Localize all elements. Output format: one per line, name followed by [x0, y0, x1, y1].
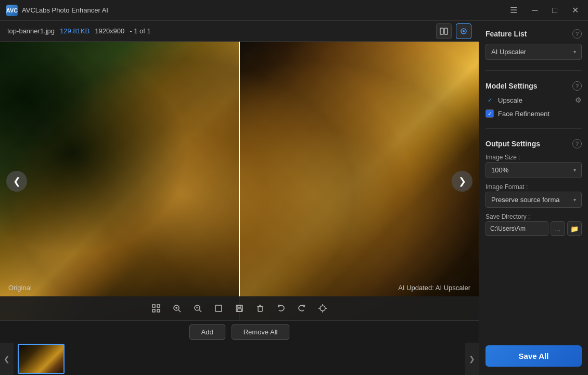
close-button[interactable]: ✕	[569, 5, 582, 16]
svg-rect-6	[152, 309, 155, 312]
save-directory-label: Save Directory :	[485, 213, 582, 220]
feature-list-value: AI Upscaler	[491, 48, 526, 56]
image-size-label: Image Size :	[485, 154, 582, 161]
main-layout: top-banner1.jpg 129.81KB 1920x900 - 1 of…	[0, 21, 588, 375]
svg-rect-1	[444, 28, 448, 34]
feature-list-header: Feature List ?	[485, 29, 582, 39]
upscale-settings-icon[interactable]: ⚙	[575, 96, 582, 104]
menu-button[interactable]: ☰	[507, 5, 520, 16]
svg-rect-17	[238, 305, 241, 307]
lion-right-half	[239, 42, 479, 320]
right-panel: Feature List ? AI Upscaler ▾ Model Setti…	[479, 21, 588, 375]
image-format-group: Image Format : Preserve source forma ▾	[485, 183, 582, 208]
divider-1	[485, 70, 582, 71]
bottom-panel: Add Remove All ❮ ❯	[0, 320, 479, 375]
nav-next-button[interactable]: ❯	[452, 171, 472, 192]
file-count: - 1 of 1	[130, 27, 150, 35]
model-settings-help-icon[interactable]: ?	[572, 81, 582, 91]
save-directory-input[interactable]: C:\Users\Am	[485, 221, 548, 236]
browse-ellipsis-button[interactable]: ...	[551, 221, 565, 236]
upscale-checkmark-icon: ✓	[485, 96, 494, 104]
file-size: 129.81KB	[60, 27, 90, 35]
feature-list-dropdown[interactable]: AI Upscaler ▾	[485, 44, 582, 60]
maximize-button[interactable]: □	[549, 5, 560, 16]
thumbnail-image	[19, 345, 63, 373]
thumbnail-strip: ❮ ❯	[0, 343, 479, 375]
face-refinement-label: Face Refinement	[498, 110, 549, 118]
minimize-button[interactable]: ─	[529, 5, 541, 16]
image-size-group: Image Size : 100% ▾	[485, 154, 582, 178]
save-button[interactable]	[231, 300, 248, 317]
zoom-out-button[interactable]	[189, 300, 206, 317]
file-name: top-banner1.jpg	[7, 27, 55, 35]
svg-line-14	[199, 310, 201, 312]
image-format-arrow-icon: ▾	[573, 197, 576, 203]
divider-2	[485, 128, 582, 129]
lion-image-container: ❮ ❯ Original AI Updated: AI Upscaler	[0, 42, 479, 320]
remove-all-button[interactable]: Remove All	[232, 324, 290, 340]
output-settings-section: Output Settings ? Image Size : 100% ▾ Im…	[485, 139, 582, 236]
ai-updated-label: AI Updated: AI Upscaler	[398, 284, 470, 292]
model-settings-section: Model Settings ? ✓ Upscale ⚙ ✓ Face Refi…	[485, 81, 582, 118]
svg-rect-0	[440, 28, 443, 34]
app-logo: AVC	[6, 5, 18, 16]
file-view-controls	[436, 23, 471, 39]
redo-button[interactable]	[293, 300, 310, 317]
strip-prev-button[interactable]: ❮	[0, 343, 14, 375]
upscale-row: ✓ Upscale ⚙	[485, 96, 582, 104]
image-format-dropdown[interactable]: Preserve source forma ▾	[485, 192, 582, 208]
feature-dropdown-arrow-icon: ▾	[573, 49, 576, 55]
feature-list-help-icon[interactable]: ?	[572, 29, 582, 39]
svg-rect-19	[258, 307, 262, 311]
splitter-line[interactable]	[239, 42, 240, 320]
lion-left-half	[0, 42, 239, 320]
model-settings-header: Model Settings ?	[485, 81, 582, 91]
file-dimensions: 1920x900	[95, 27, 124, 35]
original-label: Original	[8, 284, 32, 292]
titlebar-left: AVC AVCLabs Photo Enhancer AI	[6, 5, 108, 16]
app-title: AVCLabs Photo Enhancer AI	[22, 6, 108, 14]
image-size-dropdown[interactable]: 100% ▾	[485, 162, 582, 178]
feature-list-section: Feature List ? AI Upscaler ▾	[485, 29, 582, 60]
image-format-value: Preserve source forma	[491, 196, 560, 204]
compare-view-button[interactable]	[436, 23, 452, 39]
strip-next-button[interactable]: ❯	[465, 343, 479, 375]
add-button[interactable]: Add	[189, 324, 225, 340]
upscale-label: Upscale	[498, 96, 522, 104]
nav-prev-button[interactable]: ❮	[6, 171, 27, 192]
face-refinement-row: ✓ Face Refinement	[485, 109, 582, 118]
fit-view-button[interactable]	[148, 300, 164, 317]
save-directory-group: Save Directory : C:\Users\Am ... 📁	[485, 213, 582, 236]
svg-rect-15	[215, 305, 222, 311]
undo-button[interactable]	[273, 300, 289, 317]
save-directory-row: C:\Users\Am ... 📁	[485, 221, 582, 236]
browse-folder-button[interactable]: 📁	[567, 221, 582, 236]
face-refinement-checkbox[interactable]: ✓	[485, 109, 494, 118]
crosshair-button[interactable]	[314, 300, 331, 317]
image-format-label: Image Format :	[485, 183, 582, 191]
preview-view-button[interactable]	[456, 23, 471, 39]
svg-line-11	[178, 310, 181, 312]
thumbnail-item[interactable]	[18, 344, 65, 374]
svg-rect-7	[157, 309, 160, 312]
save-all-button[interactable]: Save All	[485, 345, 582, 367]
thumbnail-list	[14, 343, 465, 375]
bottom-actions: Add Remove All	[0, 321, 479, 343]
image-size-arrow-icon: ▾	[573, 167, 576, 173]
output-settings-help-icon[interactable]: ?	[572, 139, 582, 148]
crop-button[interactable]	[210, 300, 227, 317]
delete-button[interactable]	[252, 300, 269, 317]
svg-rect-5	[157, 305, 160, 307]
titlebar-controls: ☰ ─ □ ✕	[507, 5, 582, 16]
file-info-bar: top-banner1.jpg 129.81KB 1920x900 - 1 of…	[0, 21, 479, 42]
svg-rect-4	[152, 305, 155, 307]
zoom-in-button[interactable]	[169, 300, 185, 317]
image-size-value: 100%	[491, 166, 508, 174]
feature-list-title: Feature List	[485, 30, 527, 38]
image-viewer: ❮ ❯ Original AI Updated: AI Upscaler	[0, 42, 479, 320]
svg-point-3	[463, 30, 465, 32]
viewer-toolbar	[0, 296, 479, 320]
file-info-left: top-banner1.jpg 129.81KB 1920x900 - 1 of…	[7, 27, 151, 35]
model-settings-title: Model Settings	[485, 82, 538, 90]
svg-point-22	[320, 306, 325, 311]
